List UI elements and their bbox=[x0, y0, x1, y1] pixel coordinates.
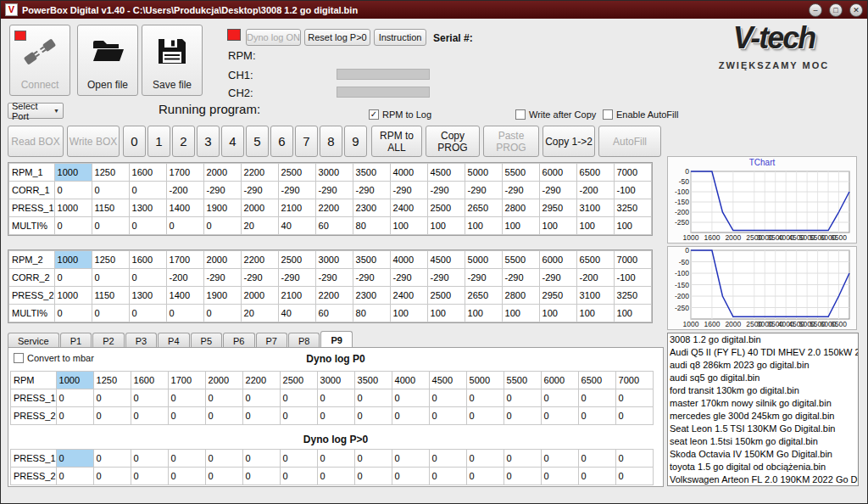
value-cell[interactable]: 0 bbox=[392, 468, 429, 485]
value-cell[interactable]: 7000 bbox=[615, 372, 653, 389]
enable-autofill-checkbox[interactable]: Enable AutoFill bbox=[603, 109, 678, 120]
value-cell[interactable]: 0 bbox=[56, 468, 93, 485]
value-cell[interactable]: 2650 bbox=[465, 287, 502, 305]
value-cell[interactable]: 4000 bbox=[392, 372, 429, 389]
value-cell[interactable]: -200 bbox=[166, 182, 203, 199]
value-cell[interactable]: 0 bbox=[280, 389, 317, 407]
value-cell[interactable]: 6500 bbox=[576, 164, 614, 182]
value-cell[interactable]: 0 bbox=[466, 407, 504, 425]
save-file-button[interactable]: Save file bbox=[142, 25, 203, 96]
value-cell[interactable]: 0 bbox=[54, 217, 92, 235]
value-cell[interactable]: -290 bbox=[427, 269, 465, 287]
value-cell[interactable]: 0 bbox=[168, 450, 205, 468]
value-cell[interactable]: 2200 bbox=[241, 164, 278, 182]
value-cell[interactable]: 1150 bbox=[92, 199, 129, 217]
value-cell[interactable]: -290 bbox=[502, 182, 539, 199]
value-cell[interactable]: 0 bbox=[54, 269, 92, 287]
value-cell[interactable]: 1700 bbox=[166, 251, 203, 269]
value-cell[interactable]: 3100 bbox=[576, 199, 614, 217]
value-cell[interactable]: -290 bbox=[353, 182, 390, 199]
value-cell[interactable]: 0 bbox=[203, 305, 241, 322]
value-cell[interactable]: 5500 bbox=[504, 372, 541, 389]
value-cell[interactable]: 100 bbox=[502, 305, 539, 322]
value-cell[interactable]: 100 bbox=[465, 217, 502, 235]
value-cell[interactable]: 0 bbox=[92, 182, 129, 199]
file-item[interactable]: toyota 1.5 go digital od obciążenia.bin bbox=[668, 461, 858, 473]
value-cell[interactable]: 0 bbox=[317, 450, 354, 468]
value-cell[interactable]: 2100 bbox=[278, 287, 315, 305]
value-cell[interactable]: 0 bbox=[93, 450, 131, 468]
value-cell[interactable]: 0 bbox=[93, 407, 131, 425]
value-cell[interactable]: 0 bbox=[578, 450, 615, 468]
value-cell[interactable]: 0 bbox=[280, 450, 317, 468]
tab-p7[interactable]: P7 bbox=[256, 333, 287, 348]
value-cell[interactable]: 2000 bbox=[241, 199, 278, 217]
value-cell[interactable]: 2500 bbox=[427, 287, 465, 305]
file-item[interactable]: master 170km nowy silnik go digital.bin bbox=[668, 397, 858, 410]
value-cell[interactable]: 100 bbox=[502, 217, 539, 235]
instruction-button[interactable]: Instruction bbox=[374, 29, 426, 46]
tab-p4[interactable]: P4 bbox=[158, 333, 189, 348]
value-cell[interactable]: 2100 bbox=[278, 199, 315, 217]
value-cell[interactable]: 0 bbox=[615, 468, 653, 485]
value-cell[interactable]: 6500 bbox=[576, 251, 614, 269]
value-cell[interactable]: 1900 bbox=[203, 199, 241, 217]
value-cell[interactable]: 4500 bbox=[429, 372, 466, 389]
value-cell[interactable]: 0 bbox=[205, 450, 242, 468]
value-cell[interactable]: 0 bbox=[131, 450, 168, 468]
value-cell[interactable]: 2200 bbox=[241, 251, 278, 269]
open-file-button[interactable]: Open file bbox=[77, 25, 138, 96]
value-cell[interactable]: 0 bbox=[615, 407, 653, 425]
value-cell[interactable]: 100 bbox=[539, 217, 576, 235]
value-cell[interactable]: 0 bbox=[242, 468, 280, 485]
file-item[interactable]: audi q8 286km 2023 go digital.bin bbox=[668, 359, 858, 372]
value-cell[interactable]: -290 bbox=[539, 269, 576, 287]
connect-button[interactable]: Connect bbox=[9, 25, 70, 96]
value-cell[interactable]: 0 bbox=[131, 407, 168, 425]
value-cell[interactable]: 2500 bbox=[280, 372, 317, 389]
value-cell[interactable]: 0 bbox=[168, 407, 205, 425]
value-cell[interactable]: 2800 bbox=[502, 199, 539, 217]
value-cell[interactable]: 0 bbox=[615, 450, 653, 468]
write-after-copy-checkbox[interactable]: Write after Copy bbox=[515, 109, 596, 120]
value-cell[interactable]: 0 bbox=[168, 389, 205, 407]
value-cell[interactable]: 0 bbox=[541, 468, 578, 485]
value-cell[interactable]: -290 bbox=[390, 182, 427, 199]
value-cell[interactable]: -290 bbox=[315, 182, 353, 199]
value-cell[interactable]: 0 bbox=[354, 468, 392, 485]
value-cell[interactable]: 80 bbox=[353, 217, 390, 235]
value-cell[interactable]: 100 bbox=[465, 305, 502, 322]
value-cell[interactable]: 0 bbox=[129, 182, 166, 199]
value-cell[interactable]: 6000 bbox=[541, 372, 578, 389]
digit-button-6[interactable]: 6 bbox=[270, 126, 293, 157]
digit-button-8[interactable]: 8 bbox=[320, 126, 342, 157]
value-cell[interactable]: 2300 bbox=[353, 199, 390, 217]
value-cell[interactable]: 100 bbox=[390, 305, 427, 322]
value-cell[interactable]: 0 bbox=[429, 468, 466, 485]
value-cell[interactable]: 0 bbox=[242, 450, 280, 468]
value-cell[interactable]: 0 bbox=[205, 407, 242, 425]
value-cell[interactable]: 4000 bbox=[390, 164, 427, 182]
value-cell[interactable]: 100 bbox=[614, 305, 651, 322]
value-cell[interactable]: 0 bbox=[129, 217, 166, 235]
value-cell[interactable]: 0 bbox=[131, 389, 168, 407]
value-cell[interactable]: 2400 bbox=[390, 199, 427, 217]
value-cell[interactable]: 1250 bbox=[92, 251, 129, 269]
minimize-button[interactable]: – bbox=[809, 3, 822, 17]
value-cell[interactable]: 0 bbox=[280, 468, 317, 485]
value-cell[interactable]: 1400 bbox=[166, 287, 203, 305]
value-cell[interactable]: 0 bbox=[92, 217, 129, 235]
value-cell[interactable]: 0 bbox=[466, 468, 504, 485]
tab-service[interactable]: Service bbox=[8, 333, 59, 348]
value-cell[interactable]: -290 bbox=[465, 269, 502, 287]
value-cell[interactable]: 3000 bbox=[315, 251, 353, 269]
value-cell[interactable]: 1250 bbox=[93, 372, 131, 389]
value-cell[interactable]: 0 bbox=[392, 407, 429, 425]
value-cell[interactable]: 1000 bbox=[54, 199, 92, 217]
value-cell[interactable]: 3500 bbox=[353, 251, 390, 269]
value-cell[interactable]: 0 bbox=[578, 468, 615, 485]
value-cell[interactable]: 0 bbox=[354, 450, 392, 468]
value-cell[interactable]: -290 bbox=[203, 182, 241, 199]
value-cell[interactable]: 2950 bbox=[539, 199, 576, 217]
value-cell[interactable]: 4000 bbox=[390, 251, 427, 269]
